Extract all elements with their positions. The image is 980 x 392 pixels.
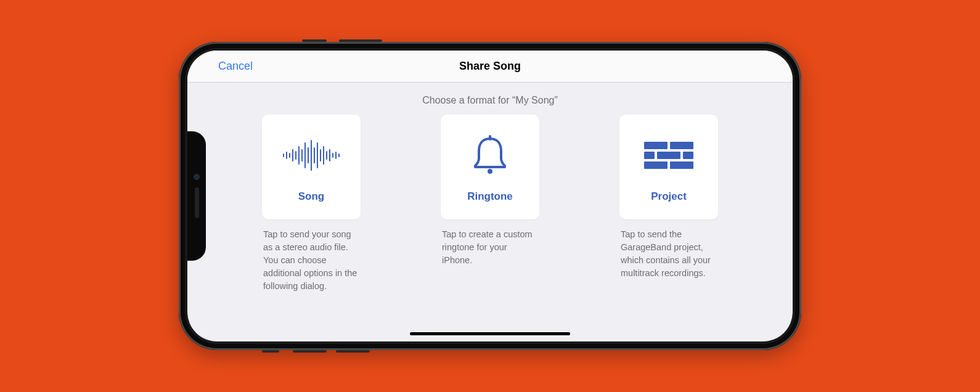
phone-frame: Cancel Share Song Choose a format for “M… xyxy=(179,42,801,350)
song-description: Tap to send your song as a stereo audio … xyxy=(262,228,361,293)
volume-down-button xyxy=(336,350,370,353)
option-project: Project Tap to send the GarageBand proje… xyxy=(619,115,718,293)
song-card[interactable]: Song xyxy=(262,115,361,219)
nav-bar: Cancel Share Song xyxy=(187,51,793,83)
bricks-icon xyxy=(644,131,693,179)
project-description: Tap to send the GarageBand project, whic… xyxy=(619,228,718,280)
svg-point-0 xyxy=(488,169,492,174)
option-song: Song Tap to send your song as a stereo a… xyxy=(262,115,361,293)
cancel-button[interactable]: Cancel xyxy=(218,60,253,73)
option-ringtone: Ringtone Tap to create a custom ringtone… xyxy=(441,115,539,293)
page-title: Share Song xyxy=(459,60,521,73)
home-indicator[interactable] xyxy=(410,332,570,335)
phone-notch xyxy=(187,131,206,261)
mute-switch xyxy=(262,350,279,353)
ringtone-label: Ringtone xyxy=(467,190,513,203)
ringtone-card[interactable]: Ringtone xyxy=(441,115,539,219)
format-options: Song Tap to send your song as a stereo a… xyxy=(187,115,793,293)
waveform-icon xyxy=(282,131,341,179)
phone-screen: Cancel Share Song Choose a format for “M… xyxy=(187,51,793,341)
subtitle-text: Choose a format for “My Song” xyxy=(187,83,793,115)
bell-icon xyxy=(473,131,507,179)
project-label: Project xyxy=(651,190,687,203)
volume-up-button xyxy=(293,350,327,353)
power-button xyxy=(302,39,327,42)
song-label: Song xyxy=(298,190,325,203)
side-button xyxy=(339,39,382,42)
speaker-grille xyxy=(195,187,199,218)
ringtone-description: Tap to create a custom ringtone for your… xyxy=(441,228,539,267)
front-camera xyxy=(194,174,200,180)
project-card[interactable]: Project xyxy=(619,115,718,219)
